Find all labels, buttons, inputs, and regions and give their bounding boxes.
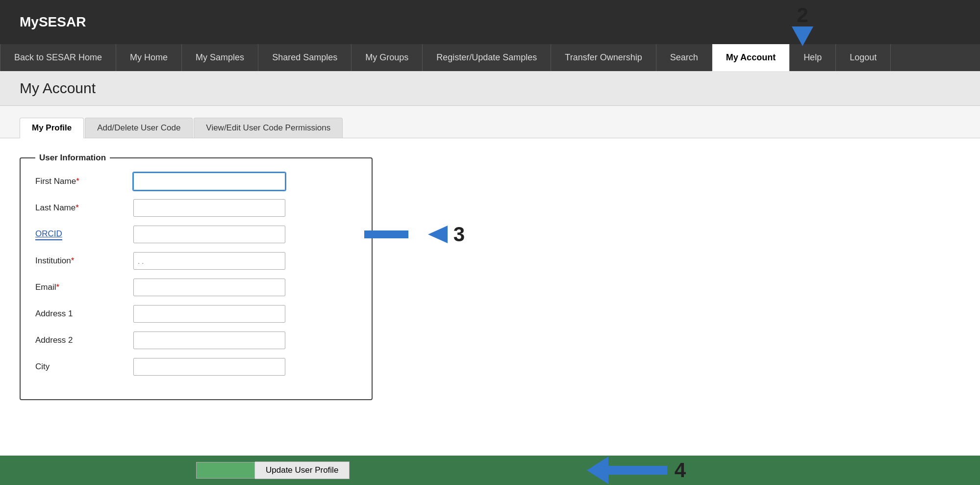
nav-my-home[interactable]: My Home [116, 44, 182, 71]
form-row-address2: Address 2 [35, 332, 357, 349]
annotation-arrow-2: 2 [792, 5, 813, 46]
top-header: MySESAR 2 [0, 0, 980, 44]
required-star-email: * [56, 282, 60, 292]
page-title-bar: My Account [0, 71, 980, 106]
nav-transfer-ownership[interactable]: Transfer Ownership [551, 44, 656, 71]
nav-help[interactable]: Help [790, 44, 836, 71]
form-row-email: Email* [35, 279, 357, 296]
page-content: My Account My Profile Add/Delete User Co… [0, 71, 980, 463]
label-email: Email* [35, 282, 133, 292]
page-title: My Account [20, 80, 960, 97]
annotation-2-arrow [792, 26, 813, 46]
nav-my-samples[interactable]: My Samples [182, 44, 258, 71]
nav-my-groups[interactable]: My Groups [352, 44, 423, 71]
required-star-first-name: * [76, 177, 79, 186]
input-orcid[interactable] [133, 226, 285, 243]
input-address2[interactable] [133, 332, 285, 349]
label-address2: Address 2 [35, 335, 133, 345]
update-btn-area: Update User Profile [196, 461, 350, 479]
form-row-institution: Institution* [35, 252, 357, 270]
nav-logout[interactable]: Logout [836, 44, 891, 71]
label-orcid: ORCID [35, 229, 133, 240]
input-address1[interactable] [133, 305, 285, 323]
annotation-4-arrowbody [608, 466, 667, 475]
tab-view-edit-user-code-permissions[interactable]: View/Edit User Code Permissions [194, 118, 343, 138]
fieldset-legend: User Information [35, 153, 110, 163]
green-progress-bar [196, 462, 255, 479]
label-institution: Institution* [35, 256, 133, 266]
annotation-2-number: 2 [797, 5, 808, 26]
update-user-profile-button[interactable]: Update User Profile [255, 461, 350, 479]
annotation-4-number: 4 [675, 459, 686, 482]
input-first-name[interactable] [133, 173, 285, 190]
input-email[interactable] [133, 279, 285, 296]
label-address1: Address 1 [35, 309, 133, 319]
user-info-fieldset: User Information First Name* Last Name* … [20, 153, 373, 400]
annotation-4-arrowhead [587, 457, 608, 484]
nav-search[interactable]: Search [656, 44, 712, 71]
annotation-3-number: 3 [453, 223, 465, 246]
form-row-orcid: ORCID 3 [35, 226, 357, 243]
form-row-address1: Address 1 [35, 305, 357, 323]
label-first-name: First Name* [35, 177, 133, 186]
nav-shared-samples[interactable]: Shared Samples [258, 44, 352, 71]
required-star-institution: * [71, 256, 75, 265]
input-city[interactable] [133, 358, 285, 376]
input-institution[interactable] [133, 252, 285, 270]
form-row-first-name: First Name* [35, 173, 357, 190]
nav-register-update-samples[interactable]: Register/Update Samples [423, 44, 551, 71]
required-star-last-name: * [75, 203, 79, 212]
tab-add-delete-user-code[interactable]: Add/Delete User Code [85, 118, 193, 138]
annotation-3-arrow [389, 226, 448, 243]
main-nav: Back to SESAR Home My Home My Samples Sh… [0, 44, 980, 71]
tab-my-profile[interactable]: My Profile [20, 118, 84, 138]
tabs-section: My Profile Add/Delete User Code View/Edi… [0, 106, 980, 138]
annotation-arrow-3: 3 [389, 223, 465, 246]
form-row-last-name: Last Name* [35, 199, 357, 217]
nav-back-to-sesar[interactable]: Back to SESAR Home [0, 44, 116, 71]
orcid-link[interactable]: ORCID [35, 229, 62, 240]
label-last-name: Last Name* [35, 203, 133, 213]
input-last-name[interactable] [133, 199, 285, 217]
label-city: City [35, 362, 133, 372]
form-row-city: City [35, 358, 357, 376]
bottom-bar: Update User Profile 4 [0, 456, 980, 485]
annotation-4-arrow [587, 457, 667, 484]
nav-my-account[interactable]: My Account [712, 44, 790, 71]
app-logo: MySESAR [20, 14, 86, 30]
form-area: User Information First Name* Last Name* … [0, 138, 980, 415]
annotation-arrow-4: 4 [587, 457, 686, 484]
